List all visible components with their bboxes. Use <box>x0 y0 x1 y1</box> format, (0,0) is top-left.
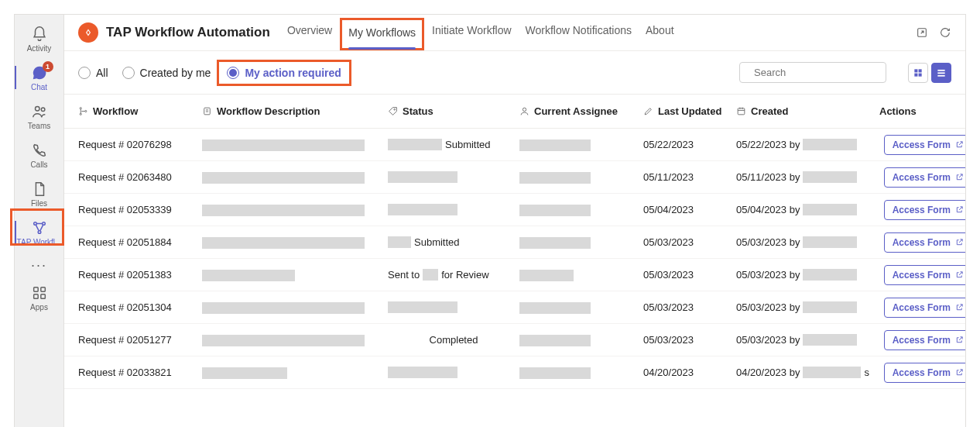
view-list-button[interactable] <box>931 63 951 83</box>
cell-description <box>202 366 388 378</box>
radio-icon <box>227 67 239 79</box>
radio-icon <box>122 67 135 79</box>
search-input[interactable] <box>754 67 884 78</box>
rail-activity[interactable]: Activity <box>15 19 64 58</box>
cell-updated: 05/04/2023 <box>643 204 736 215</box>
th-status: Status <box>403 105 433 117</box>
cell-assignee <box>519 333 643 346</box>
table-row: Request # 02051884 Submitted05/03/202305… <box>64 226 965 259</box>
svg-rect-5 <box>33 287 38 291</box>
search-box[interactable] <box>739 62 886 83</box>
access-form-button[interactable]: Access Form <box>884 298 965 318</box>
table-row: Request # 0203382104/20/202304/20/2023 b… <box>64 356 965 389</box>
external-icon <box>955 303 964 312</box>
th-created: Created <box>751 105 788 117</box>
view-grid-button[interactable] <box>908 63 928 83</box>
tab-my-workflows[interactable]: My Workflows <box>348 23 416 42</box>
app-rail: Activity 1 Chat Teams Calls Files TAP Wo… <box>15 15 64 427</box>
table-header: Workflow Workflow Description Status Cur… <box>64 95 965 129</box>
cell-actions: Access Form <box>879 232 965 253</box>
access-form-button[interactable]: Access Form <box>884 363 965 383</box>
cell-workflow: Request # 02051277 <box>78 334 202 346</box>
phone-icon <box>31 142 48 159</box>
tab-about[interactable]: About <box>646 21 674 44</box>
cell-actions: Access Form <box>879 135 965 155</box>
cell-description <box>202 203 388 215</box>
filter-all[interactable]: All <box>78 67 108 79</box>
access-form-button[interactable]: Access Form <box>884 167 965 188</box>
tab-initiate-workflow[interactable]: Initiate Workflow <box>432 21 511 44</box>
view-toggle <box>908 63 951 83</box>
cell-description <box>202 138 388 150</box>
cell-updated: 05/03/2023 <box>643 334 736 346</box>
svg-rect-21 <box>204 108 211 115</box>
cell-status: Submitted <box>388 236 519 248</box>
cell-assignee <box>519 236 643 248</box>
rail-chat-badge: 1 <box>43 61 53 72</box>
cell-description <box>202 333 388 346</box>
tab-overview[interactable]: Overview <box>287 21 332 44</box>
apps-icon <box>31 284 48 301</box>
workflow-table: Workflow Workflow Description Status Cur… <box>64 95 965 427</box>
cell-workflow: Request # 02063480 <box>78 171 202 183</box>
tab-workflow-notifications[interactable]: Workflow Notifications <box>526 21 632 44</box>
cell-created: 05/22/2023 by <box>736 139 879 150</box>
cell-updated: 05/22/2023 <box>643 139 736 150</box>
user-icon <box>519 106 529 116</box>
th-assignee: Current Assignee <box>534 105 618 117</box>
workflow-icon <box>31 219 48 236</box>
svg-rect-24 <box>738 108 745 115</box>
svg-point-3 <box>42 222 45 225</box>
cell-workflow: Request # 02076298 <box>78 139 202 150</box>
svg-rect-11 <box>914 69 917 72</box>
cell-workflow: Request # 02033821 <box>78 367 202 378</box>
access-form-button[interactable]: Access Form <box>884 265 965 285</box>
cell-updated: 05/11/2023 <box>643 171 736 183</box>
access-form-button[interactable]: Access Form <box>884 135 965 155</box>
topbar: TAP Workflow Automation OverviewMy Workf… <box>64 15 965 51</box>
th-description: Workflow Description <box>217 105 320 117</box>
cell-assignee <box>519 301 643 313</box>
rail-teams-label: Teams <box>16 122 63 130</box>
svg-rect-17 <box>937 74 944 76</box>
popout-icon[interactable] <box>916 26 928 39</box>
rail-files[interactable]: Files <box>15 174 64 213</box>
cell-status <box>388 171 519 183</box>
access-form-button[interactable]: Access Form <box>884 330 965 350</box>
filter-my-action-required[interactable]: My action required <box>227 67 341 79</box>
tabs: OverviewMy WorkflowsInitiate WorkflowWor… <box>287 21 674 44</box>
table-row: Request # 02076298 Submitted05/22/202305… <box>64 129 965 161</box>
svg-rect-15 <box>937 69 944 71</box>
table-row: Request # 0205130405/03/202305/03/2023 b… <box>64 291 965 324</box>
cell-updated: 04/20/2023 <box>643 367 736 378</box>
rail-chat[interactable]: 1 Chat <box>15 58 64 97</box>
cell-created: 05/03/2023 by <box>736 301 879 313</box>
app-title: TAP Workflow Automation <box>106 25 270 40</box>
svg-point-2 <box>33 222 36 225</box>
brand: TAP Workflow Automation <box>78 22 270 43</box>
svg-rect-8 <box>40 294 45 298</box>
rail-calls[interactable]: Calls <box>15 136 64 174</box>
external-icon <box>955 368 964 377</box>
cell-updated: 05/03/2023 <box>643 236 736 248</box>
rail-teams[interactable]: Teams <box>15 97 64 136</box>
cell-description <box>202 170 388 183</box>
rail-apps-label: Apps <box>16 303 63 312</box>
cell-assignee <box>519 170 643 183</box>
rail-chat-label: Chat <box>16 83 63 91</box>
rail-tap-workflow[interactable]: TAP Workfl... <box>15 213 64 252</box>
rail-more[interactable]: ··· <box>31 252 47 278</box>
cell-workflow: Request # 02051383 <box>78 269 202 281</box>
svg-point-0 <box>35 106 39 111</box>
svg-rect-14 <box>919 73 922 76</box>
svg-rect-13 <box>914 73 917 76</box>
rail-apps[interactable]: Apps <box>15 278 64 317</box>
access-form-button[interactable]: Access Form <box>884 200 965 220</box>
cell-actions: Access Form <box>879 298 965 318</box>
filter-created-by-me[interactable]: Created by me <box>122 67 211 79</box>
calendar-icon <box>736 106 746 116</box>
svg-point-20 <box>85 110 87 112</box>
refresh-icon[interactable] <box>939 26 951 39</box>
cell-status: Submitted <box>388 139 519 150</box>
access-form-button[interactable]: Access Form <box>884 232 965 253</box>
